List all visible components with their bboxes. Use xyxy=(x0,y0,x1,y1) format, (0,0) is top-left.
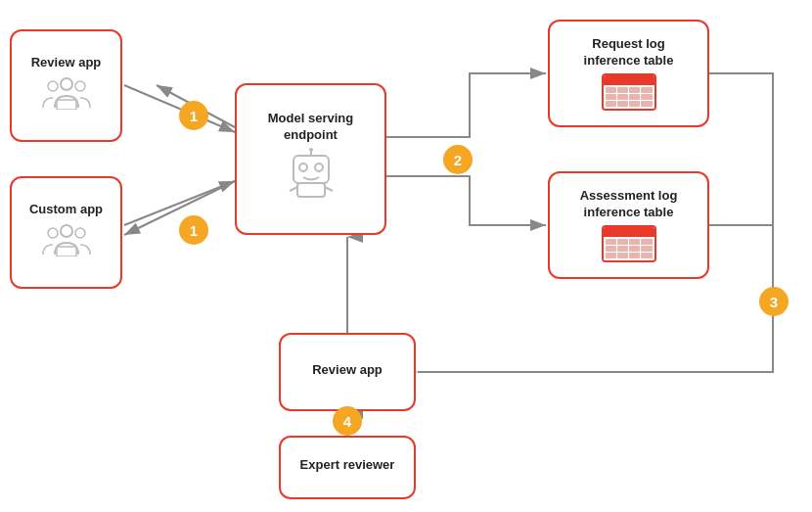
assessment-log-box: Assessment loginference table xyxy=(548,171,709,279)
badge-1-bottom: 1 xyxy=(179,215,208,245)
expert-reviewer-box: Expert reviewer xyxy=(279,436,416,499)
badge-1-top: 1 xyxy=(179,101,208,130)
assessment-log-label: Assessment loginference table xyxy=(580,188,678,221)
request-log-box: Request loginference table xyxy=(548,20,709,127)
svg-line-24 xyxy=(290,187,297,191)
badge-2: 2 xyxy=(443,145,473,174)
svg-rect-17 xyxy=(57,247,76,256)
review-app-bottom-label: Review app xyxy=(312,362,383,379)
assessment-log-table-icon xyxy=(602,225,656,262)
svg-point-22 xyxy=(315,163,323,171)
svg-rect-13 xyxy=(57,100,76,110)
review-app-bottom-box: Review app xyxy=(279,333,416,411)
robot-icon xyxy=(284,148,338,208)
badge-4: 4 xyxy=(333,406,362,436)
svg-point-20 xyxy=(309,148,313,152)
svg-rect-23 xyxy=(297,183,325,197)
svg-point-11 xyxy=(48,81,58,91)
svg-point-21 xyxy=(299,163,307,171)
model-endpoint-label: Model servingendpoint xyxy=(268,111,353,144)
badge-3: 3 xyxy=(759,287,789,316)
svg-point-14 xyxy=(61,225,72,237)
custom-app-label: Custom app xyxy=(29,202,103,218)
people-icon-review-top xyxy=(41,74,92,116)
svg-line-25 xyxy=(325,187,333,191)
review-app-top-box: Review app xyxy=(10,29,122,142)
svg-line-2 xyxy=(124,181,235,225)
people-icon-custom xyxy=(41,221,92,263)
diagram-container: Review app top (from model to review, go… xyxy=(0,0,812,512)
svg-point-12 xyxy=(75,81,85,91)
svg-point-16 xyxy=(75,228,85,238)
expert-reviewer-label: Expert reviewer xyxy=(300,457,395,474)
request-log-label: Request loginference table xyxy=(584,36,674,70)
review-app-top-label: Review app xyxy=(31,55,102,71)
model-endpoint-box: Model servingendpoint xyxy=(235,83,386,235)
svg-point-15 xyxy=(48,228,58,238)
request-log-table-icon xyxy=(602,73,656,111)
svg-point-10 xyxy=(61,78,72,90)
custom-app-box: Custom app xyxy=(10,176,122,289)
